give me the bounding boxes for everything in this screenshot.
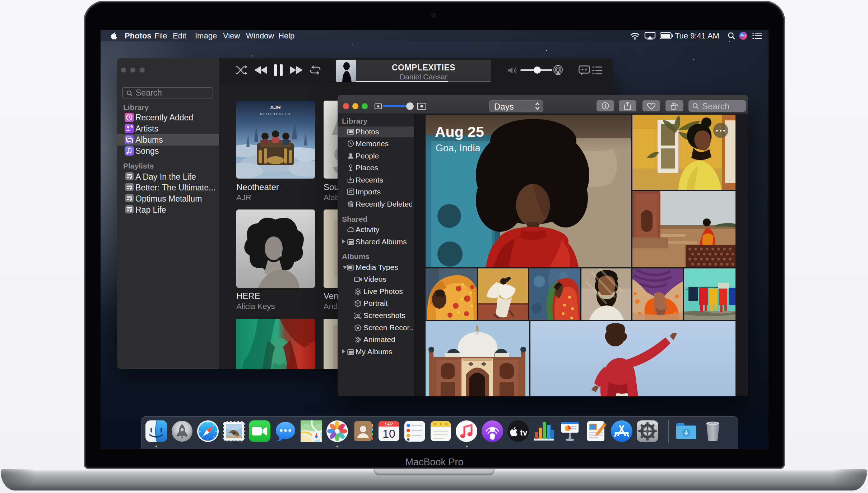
svg-text:10: 10 [382, 427, 395, 440]
svg-text:AJR: AJR [270, 104, 281, 110]
svg-text:SEP: SEP [385, 422, 393, 426]
svg-text:NEOTHEATER: NEOTHEATER [260, 112, 291, 116]
svg-text:tv: tv [520, 428, 528, 437]
